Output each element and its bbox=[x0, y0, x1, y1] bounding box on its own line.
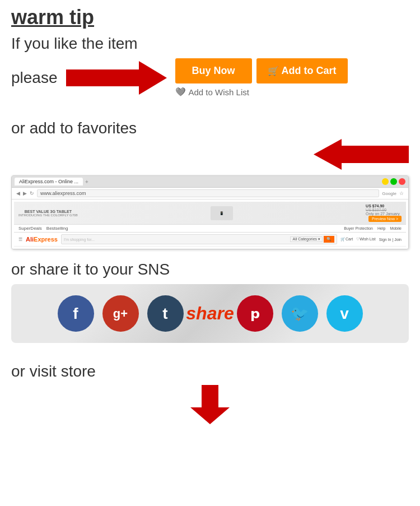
search-button[interactable]: 🔍 bbox=[324, 236, 334, 243]
favorites-text: or add to favorites bbox=[11, 119, 409, 137]
pinterest-symbol: 𝗽 bbox=[250, 306, 260, 322]
cart-nav-icon: 🛒Cart bbox=[340, 237, 353, 242]
share-label: share bbox=[186, 303, 234, 324]
down-right-arrow-icon bbox=[297, 139, 409, 170]
pinterest-icon[interactable]: 𝗽 bbox=[237, 295, 273, 332]
google-plus-icon[interactable]: g+ bbox=[102, 295, 139, 332]
buyer-protection: Buyer Protection bbox=[344, 226, 373, 230]
refresh-icon: ↻ bbox=[30, 191, 34, 196]
svg-marker-1 bbox=[314, 139, 409, 170]
search-label: Google bbox=[382, 191, 396, 196]
price-text: US $74.90 bbox=[366, 204, 402, 208]
preview-now-button[interactable]: Preview Now > bbox=[368, 216, 402, 222]
wish-list-link: ♡Wish List bbox=[356, 237, 375, 242]
down-arrow-icon bbox=[11, 385, 409, 424]
please-text: please bbox=[11, 69, 58, 87]
browser-nav: SuperDeals Bestselling Buyer Protection … bbox=[14, 225, 406, 233]
hamburger-icon: ☰ bbox=[18, 237, 22, 242]
back-icon: ◀ bbox=[16, 191, 20, 196]
facebook-symbol: f bbox=[73, 305, 78, 323]
super-deals-link: SuperDeals bbox=[18, 226, 42, 231]
search-placeholder: I'm shopping for... bbox=[64, 238, 95, 242]
banner-right: US $74.90 US $107.00 Only on 27 January … bbox=[366, 204, 402, 222]
browser-address-bar: ◀ ▶ ↻ www.aliexpress.com Google ☆ bbox=[12, 188, 408, 199]
date-text: Only on 27 January bbox=[366, 212, 402, 216]
ali-logo: AliExpress bbox=[26, 236, 58, 243]
vimeo-symbol: v bbox=[340, 305, 349, 323]
help-link: Help bbox=[377, 226, 385, 230]
favorites-section: or add to favorites bbox=[11, 119, 409, 170]
tablet-image: 📱 bbox=[211, 206, 233, 220]
browser-controls bbox=[382, 178, 405, 185]
bestselling-link: Bestselling bbox=[46, 226, 68, 231]
original-price-text: US $107.00 bbox=[366, 208, 402, 212]
main-buttons-row: Buy Now 🛒 Add to Cart bbox=[175, 58, 348, 83]
banner-colorfly-text: INTRODUCING THE COLORFLY G708 bbox=[18, 213, 78, 217]
search-controls: All Categories ▾ 🔍 bbox=[290, 236, 334, 243]
svg-marker-0 bbox=[66, 61, 167, 95]
svg-marker-2 bbox=[190, 385, 230, 424]
url-text: www.aliexpress.com bbox=[37, 189, 379, 197]
visit-store-section: or visit store bbox=[11, 363, 409, 424]
buy-section: please Buy Now 🛒 Add to Cart 🩶 Add to Wi… bbox=[11, 58, 409, 97]
buy-now-button[interactable]: Buy Now bbox=[175, 58, 252, 83]
sign-in-link: Sign In | Join bbox=[379, 238, 402, 242]
vimeo-icon[interactable]: v bbox=[326, 295, 363, 332]
browser-content: BEST VALUE 3G TABLET INTRODUCING THE COL… bbox=[12, 199, 408, 249]
browser-titlebar: AliExpress.com - Online ... + bbox=[12, 176, 408, 188]
search-bar: I'm shopping for... All Categories ▾ 🔍 bbox=[61, 234, 337, 244]
close-button bbox=[399, 178, 405, 185]
browser-search-row: ☰ AliExpress I'm shopping for... All Cat… bbox=[14, 233, 406, 247]
add-to-wishlist-button[interactable]: 🩶 Add to Wish List bbox=[175, 87, 348, 97]
facebook-icon[interactable]: f bbox=[58, 295, 94, 332]
tumblr-symbol: t bbox=[162, 305, 167, 323]
heart-icon: 🩶 bbox=[175, 87, 186, 97]
twitter-icon[interactable]: 🐦 bbox=[282, 295, 318, 332]
banner-tablet-text: BEST VALUE 3G TABLET bbox=[18, 210, 78, 213]
share-button[interactable]: share bbox=[192, 295, 228, 332]
categories-dropdown: All Categories ▾ bbox=[290, 236, 323, 242]
mobile-link: Mobile bbox=[390, 226, 402, 230]
page-title: warm tip bbox=[11, 6, 409, 29]
cart-icon: 🛒 bbox=[268, 66, 279, 76]
banner-center: 📱 bbox=[211, 206, 233, 220]
action-buttons-panel: Buy Now 🛒 Add to Cart 🩶 Add to Wish List bbox=[175, 58, 348, 97]
sns-section: or share it to your SNS f g+ t share 𝗽 🐦… bbox=[11, 261, 409, 343]
social-icons-container: f g+ t share 𝗽 🐦 v bbox=[11, 284, 409, 343]
star-icon: ☆ bbox=[399, 191, 404, 196]
wishlist-label: Add to Wish List bbox=[189, 87, 249, 97]
add-to-cart-label: Add to Cart bbox=[282, 65, 337, 77]
browser-tab: AliExpress.com - Online ... bbox=[15, 178, 83, 185]
add-to-cart-button[interactable]: 🛒 Add to Cart bbox=[256, 58, 348, 83]
right-arrow-icon bbox=[66, 61, 167, 95]
twitter-symbol: 🐦 bbox=[291, 305, 309, 322]
browser-banner: BEST VALUE 3G TABLET INTRODUCING THE COL… bbox=[14, 202, 406, 225]
intro-text: If you like the item bbox=[11, 35, 409, 53]
browser-screenshot: AliExpress.com - Online ... + ◀ ▶ ↻ www.… bbox=[11, 175, 409, 249]
visit-store-text: or visit store bbox=[11, 363, 409, 380]
tumblr-icon[interactable]: t bbox=[147, 295, 184, 332]
maximize-button bbox=[390, 178, 397, 185]
new-tab-icon: + bbox=[85, 179, 88, 185]
sns-text: or share it to your SNS bbox=[11, 261, 409, 278]
banner-left-text: BEST VALUE 3G TABLET INTRODUCING THE COL… bbox=[18, 210, 78, 217]
forward-icon: ▶ bbox=[23, 191, 27, 196]
gplus-symbol: g+ bbox=[113, 307, 128, 321]
minimize-button bbox=[382, 178, 389, 185]
